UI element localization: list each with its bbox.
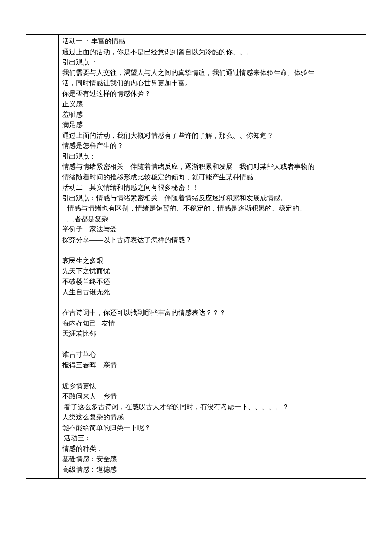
page-container: 活动一 ：丰富的情感通过上面的活动，你是不是已经意识到曾自以为冷酷的你、、、引出… <box>0 0 392 543</box>
text-line: 正义感 <box>62 99 363 110</box>
blank-line <box>62 339 363 350</box>
content-block: 活动一 ：丰富的情感通过上面的活动，你是不是已经意识到曾自以为冷酷的你、、、引出… <box>62 36 363 475</box>
blank-line <box>62 297 363 308</box>
content-cell: 活动一 ：丰富的情感通过上面的活动，你是不是已经意识到曾自以为冷酷的你、、、引出… <box>59 35 366 479</box>
text-line: 引出观点：情感与情绪紧密相关，伴随着情绪反应逐渐积累和发展成情感。 <box>62 193 363 204</box>
text-line: 羞耻感 <box>62 110 363 120</box>
text-line: 能不能给简单的归类一下呢？ <box>62 423 363 433</box>
left-cell <box>26 35 59 479</box>
text-line: 通过上面的活动，我们大概对情感有了些许的了解，那么、、你知道？ <box>62 130 363 141</box>
text-line: 情感与情绪也有区别，情绪是短暂的、不稳定的，情感是逐渐积累的、稳定的。 <box>62 203 363 214</box>
table-row: 活动一 ：丰富的情感通过上面的活动，你是不是已经意识到曾自以为冷酷的你、、、引出… <box>26 35 366 479</box>
text-line: 高级情感：道德感 <box>62 465 363 475</box>
text-line: 情绪随着时间的推移形成比较稳定的倾向，就可能产生某种情感。 <box>62 172 363 183</box>
text-line: 谁言寸草心 <box>62 349 363 360</box>
text-line: 基础情感：安全感 <box>62 454 363 465</box>
content-table: 活动一 ：丰富的情感通过上面的活动，你是不是已经意识到曾自以为冷酷的你、、、引出… <box>26 34 366 479</box>
text-line: 在古诗词中，你还可以找到哪些丰富的情感表达？？？ <box>62 308 363 318</box>
text-line: 情感的种类： <box>62 444 363 454</box>
text-line: 满足感 <box>62 120 363 130</box>
text-line: 近乡情更怯 <box>62 381 363 392</box>
text-line: 不敢问来人 乡情 <box>62 391 363 402</box>
text-line: 人生自古谁无死 <box>62 287 363 297</box>
text-line: 看了这么多古诗词，在感叹古人才华的同时，有没有考虑一下、、、、、？ <box>62 402 363 413</box>
text-line: 活动三： <box>62 433 363 444</box>
text-line: 举例子：家法与爱 <box>62 224 363 235</box>
text-line: 二者都是复杂 <box>62 214 363 225</box>
text-line: 引出观点 ： <box>62 57 363 68</box>
text-line: 你是否有过这样的情感体验？ <box>62 89 363 99</box>
text-line: 先天下之忧而忧 <box>62 266 363 277</box>
text-line: 人类这么复杂的情感， <box>62 412 363 423</box>
text-line: 探究分享——以下古诗表达了怎样的情感？ <box>62 235 363 246</box>
text-line: 情感是怎样产生的？ <box>62 141 363 151</box>
text-line: 活动一 ：丰富的情感 <box>62 36 363 47</box>
text-line: 天涯若比邻 <box>62 329 363 339</box>
text-line: 报得三春晖 亲情 <box>62 360 363 371</box>
text-line: 活动二：其实情绪和情感之间有很多秘密！！！ <box>62 182 363 193</box>
text-line: 通过上面的活动，你是不是已经意识到曾自以为冷酷的你、、、 <box>62 47 363 58</box>
text-line: 海内存知己 友情 <box>62 318 363 329</box>
blank-line <box>62 245 363 256</box>
text-line: 不破楼兰终不还 <box>62 277 363 287</box>
text-line: 我们需要与人交往，渴望人与人之间的真挚情谊，我们通过情感来体验生命、体验生 <box>62 68 363 78</box>
text-line: 引出观点： <box>62 151 363 162</box>
text-line: 哀民生之多艰 <box>62 256 363 266</box>
text-line: 活，同时情感让我们的内心世界更加丰富。 <box>62 78 363 89</box>
blank-line <box>62 370 363 381</box>
text-line: 情感与情绪紧密相关，伴随着情绪反应，逐渐积累和发展，我们对某些人或者事物的 <box>62 162 363 172</box>
